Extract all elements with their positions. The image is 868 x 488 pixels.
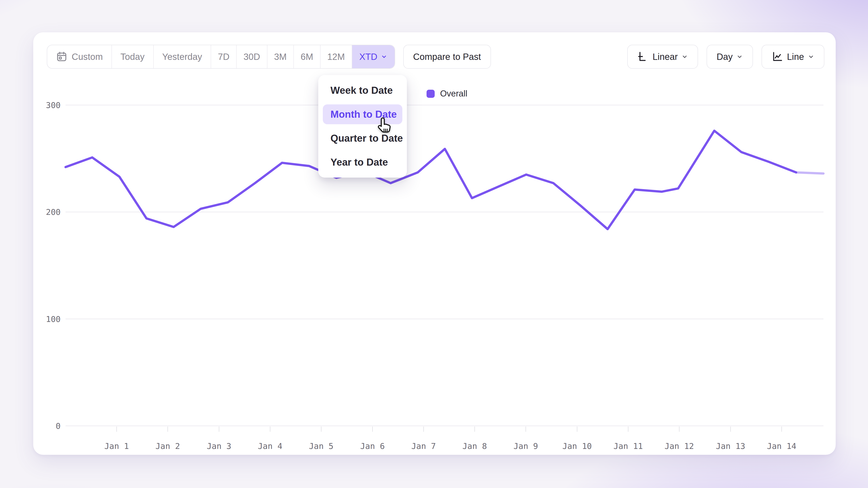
x-axis-label: Jan 13 xyxy=(716,442,745,451)
chevron-down-icon xyxy=(736,53,743,60)
scale-dropdown-button[interactable]: Linear xyxy=(627,45,698,69)
range-segmented-control: Custom Today Yesterday 7D 30D 3M 6M 12M xyxy=(47,45,395,69)
menu-item-week-to-date[interactable]: Week to Date xyxy=(323,80,402,100)
range-item-7d[interactable]: 7D xyxy=(211,45,236,68)
cursor-pointer-icon xyxy=(375,117,394,138)
range-label-custom: Custom xyxy=(72,52,103,62)
y-axis-label-0: 0 xyxy=(56,421,61,431)
x-axis-label: Jan 2 xyxy=(156,442,180,451)
granularity-label: Day xyxy=(717,52,733,62)
range-item-xtd[interactable]: XTD xyxy=(352,45,395,68)
compare-to-past-label: Compare to Past xyxy=(413,52,481,62)
range-label-yesterday: Yesterday xyxy=(162,52,202,62)
series-line-pending xyxy=(796,172,824,173)
y-axis-label-200: 200 xyxy=(46,207,61,217)
chart-legend: Overall xyxy=(427,89,467,98)
x-axis-label: Jan 7 xyxy=(411,442,436,451)
linear-scale-icon xyxy=(637,51,649,63)
x-axis-label: Jan 3 xyxy=(207,442,231,451)
range-item-custom[interactable]: Custom xyxy=(47,45,112,68)
y-axis-label-300: 300 xyxy=(46,101,61,110)
legend-label: Overall xyxy=(440,89,467,98)
line-chart-icon xyxy=(772,51,783,63)
chart-type-label: Line xyxy=(787,52,804,62)
chevron-down-icon xyxy=(681,53,688,60)
chart-options-group: Linear Day Line xyxy=(627,45,825,69)
x-axis-label: Jan 9 xyxy=(514,442,538,451)
page-background: { "toolbar": { "ranges": ["Custom", "Tod… xyxy=(0,0,868,488)
compare-to-past-button[interactable]: Compare to Past xyxy=(403,45,491,69)
range-item-today[interactable]: Today xyxy=(112,45,153,68)
x-axis-label: Jan 6 xyxy=(360,442,385,451)
granularity-dropdown-button[interactable]: Day xyxy=(707,45,753,69)
range-item-yesterday[interactable]: Yesterday xyxy=(153,45,211,68)
toolbar: Custom Today Yesterday 7D 30D 3M 6M 12M xyxy=(47,45,825,69)
x-axis-label: Jan 5 xyxy=(309,442,333,451)
range-label-xtd: XTD xyxy=(360,52,377,62)
chevron-down-icon xyxy=(808,53,814,60)
x-axis-label: Jan 4 xyxy=(258,442,282,451)
legend-swatch-overall xyxy=(427,90,435,98)
x-axis-label: Jan 14 xyxy=(767,442,796,451)
range-item-30d[interactable]: 30D xyxy=(236,45,267,68)
range-label-3m: 3M xyxy=(274,52,287,62)
range-label-12m: 12M xyxy=(327,52,345,62)
range-item-6m[interactable]: 6M xyxy=(293,45,320,68)
range-label-7d: 7D xyxy=(218,52,229,62)
scale-label: Linear xyxy=(653,52,678,62)
x-axis-label: Jan 11 xyxy=(614,442,643,451)
x-axis-label: Jan 10 xyxy=(562,442,592,451)
range-item-12m[interactable]: 12M xyxy=(320,45,352,68)
calendar-icon xyxy=(56,51,68,63)
toolbar-spacer xyxy=(491,45,627,69)
range-label-6m: 6M xyxy=(301,52,313,62)
series-line-overall xyxy=(66,131,796,229)
chevron-down-icon xyxy=(381,53,388,60)
x-axis-label: Jan 1 xyxy=(104,442,129,451)
menu-item-year-to-date[interactable]: Year to Date xyxy=(323,152,402,172)
range-label-30d: 30D xyxy=(243,52,260,62)
chart-type-dropdown-button[interactable]: Line xyxy=(762,45,825,69)
x-axis-label: Jan 12 xyxy=(664,442,694,451)
range-label-today: Today xyxy=(121,52,145,62)
x-axis-label: Jan 8 xyxy=(463,442,487,451)
y-axis-label-100: 100 xyxy=(46,315,61,324)
dashboard-card: 3002001000Jan 1Jan 2Jan 3Jan 4Jan 5Jan 6… xyxy=(33,32,836,455)
menu-item-label: Week to Date xyxy=(331,85,393,96)
menu-item-label: Year to Date xyxy=(331,157,388,168)
range-item-3m[interactable]: 3M xyxy=(267,45,293,68)
